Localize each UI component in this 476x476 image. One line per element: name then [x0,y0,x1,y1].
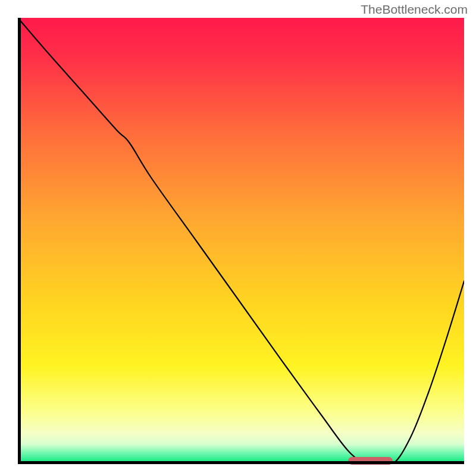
bottleneck-minimum-marker [348,457,393,465]
chart-curve [18,18,464,464]
plot-area [18,18,464,464]
chart-container: TheBottleneck.com [0,0,476,476]
watermark-text: TheBottleneck.com [361,2,468,17]
